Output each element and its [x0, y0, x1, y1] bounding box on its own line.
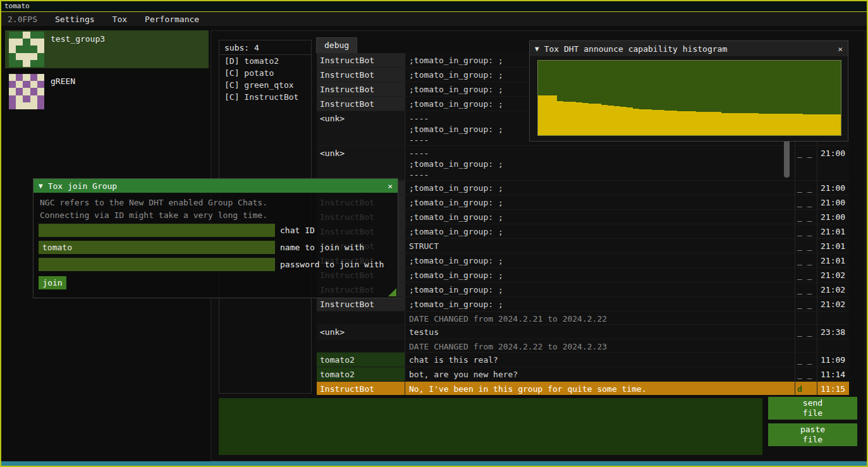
chat-row-message: DATE CHANGED from 2024.2.22 to 2024.2.23 — [405, 339, 795, 352]
chat-row-author: tomato2 — [317, 367, 405, 381]
histogram-bar — [790, 114, 797, 135]
sub-item[interactable]: [D] tomato2 — [219, 55, 311, 67]
histogram-bar — [702, 112, 709, 135]
sub-item[interactable]: [C] InstructBot — [219, 91, 311, 103]
chat-row-flags: _ _ — [795, 210, 817, 224]
fps-counter: 2.0FPS — [1, 15, 46, 24]
histogram-bar — [652, 110, 658, 135]
chat-row-author: InstructBot — [317, 297, 405, 311]
menu-item-performance[interactable]: Performance — [136, 15, 208, 24]
identicon-cell — [30, 53, 37, 60]
sub-item[interactable]: [C] green_qtox — [219, 79, 311, 91]
join-info-line: NGC refers to the New DHT enabled Group … — [34, 197, 398, 209]
menu-item-tox[interactable]: Tox — [104, 15, 136, 24]
join-group-titlebar[interactable]: ▼ Tox join Group × — [34, 179, 398, 193]
chat-row-time: 11:14 — [817, 367, 849, 381]
join-input-name-to-join-with[interactable] — [39, 241, 275, 254]
identicon-cell — [16, 45, 23, 52]
subs-header: subs: 4 — [219, 40, 311, 55]
collapse-arrow-icon[interactable]: ▼ — [535, 45, 539, 53]
chat-row-flags: _ _ — [795, 325, 817, 339]
chat-row: <unk>---- ;tomato_in_group: ; ----_ _21:… — [317, 146, 849, 181]
chat-row-author: <unk> — [317, 111, 405, 145]
resize-grip-icon[interactable] — [388, 288, 396, 296]
histogram-bar — [822, 114, 828, 135]
histogram-bar — [664, 111, 671, 135]
chat-row-time — [817, 312, 849, 324]
chat-row-message: ;tomato_in_group: ; — [405, 297, 795, 311]
chat-row-message: testus — [405, 325, 795, 339]
paste-file-button[interactable]: paste file — [768, 423, 857, 446]
date-separator-row: DATE CHANGED from 2024.2.22 to 2024.2.23 — [317, 339, 849, 353]
message-input[interactable] — [219, 398, 762, 455]
identicon-cell — [9, 74, 16, 81]
chat-row-time: 21:02 — [817, 282, 849, 296]
group-item-gREEN[interactable]: gREEN — [5, 73, 209, 111]
identicon-cell — [23, 74, 30, 81]
subs-list: [D] tomato2[C] potato[C] green_qtox[C] I… — [219, 55, 311, 103]
chat-row-flags — [795, 339, 817, 352]
chat-row-time: 21:00 — [817, 146, 849, 180]
chat-row-time: 21:01 — [817, 239, 849, 253]
histogram-bar — [639, 109, 645, 135]
identicon-cell — [37, 53, 44, 60]
histogram-bar — [589, 104, 595, 135]
chat-row-message: bot, are you new here? — [405, 367, 795, 381]
identicon-cell — [16, 39, 23, 45]
chat-row: <unk>testus_ _23:38 — [317, 325, 849, 339]
chat-row-message: ;tomato_in_group: ; — [405, 195, 795, 209]
chat-row-author — [317, 339, 405, 352]
chat-row-author: <unk> — [317, 325, 405, 339]
dht-histogram-titlebar[interactable]: ▼ Tox DHT announce capability histogram … — [530, 41, 848, 56]
histogram-bar — [658, 110, 664, 135]
chat-row: InstructBot;tomato_in_group: ;_ _21:02 — [317, 297, 849, 312]
histogram-bar — [563, 102, 570, 135]
sub-item[interactable]: [C] potato — [219, 67, 311, 79]
identicon-cell — [23, 53, 30, 60]
menu-item-settings[interactable]: Settings — [46, 15, 104, 24]
identicon-cell — [30, 39, 37, 45]
identicon-cell — [9, 53, 16, 60]
chat-row-flags: d — [795, 382, 817, 395]
histogram-bar — [778, 114, 784, 135]
chat-row-time: 21:02 — [817, 297, 849, 311]
close-icon[interactable]: × — [388, 181, 393, 191]
identicon-cell — [37, 81, 44, 88]
send-file-button[interactable]: send file — [768, 397, 857, 420]
chat-row-message: ;tomato_in_group: ; — [405, 282, 795, 296]
chat-row-author: InstructBot — [317, 97, 405, 111]
join-input-password-to-join-with[interactable] — [39, 258, 275, 271]
identicon-cell — [30, 88, 37, 95]
chat-row-flags: _ _ — [795, 239, 817, 253]
identicon-cell — [23, 60, 30, 67]
histogram-bar — [608, 106, 614, 135]
chat-row-message: ;tomato_in_group: ; — [405, 268, 795, 282]
collapse-arrow-icon[interactable]: ▼ — [39, 182, 43, 190]
histogram-bar — [816, 114, 822, 135]
chat-row-author: InstructBot — [317, 82, 405, 96]
identicon-cell — [30, 32, 37, 39]
histogram-bar — [834, 114, 841, 135]
close-icon[interactable]: × — [838, 44, 843, 54]
window-title: tomato — [4, 2, 30, 10]
group-item-test_group3[interactable]: test_group3 — [5, 30, 209, 68]
chat-row-author: InstructBot — [317, 382, 405, 395]
histogram-bar — [784, 114, 790, 135]
histogram-bar — [740, 113, 747, 135]
tab-debug[interactable]: debug — [316, 37, 357, 53]
identicon-cell — [16, 60, 23, 67]
histogram-bar — [709, 112, 715, 135]
identicon-cell — [30, 81, 37, 88]
identicon-cell — [16, 95, 23, 102]
chat-row-author — [317, 312, 405, 324]
join-button[interactable]: join — [39, 276, 66, 289]
histogram-bar — [690, 111, 696, 135]
identicon-cell — [37, 45, 44, 52]
histogram-bar — [728, 113, 734, 135]
taskbar-strip — [1, 461, 867, 466]
chat-row-message: ;tomato_in_group: ; — [405, 253, 795, 267]
chat-row-message: ---- ;tomato_in_group: ; ---- — [405, 146, 795, 180]
chat-row-flags: _ _ — [795, 146, 817, 180]
histogram-bar — [671, 111, 677, 135]
join-input-chat-ID[interactable] — [39, 224, 275, 237]
